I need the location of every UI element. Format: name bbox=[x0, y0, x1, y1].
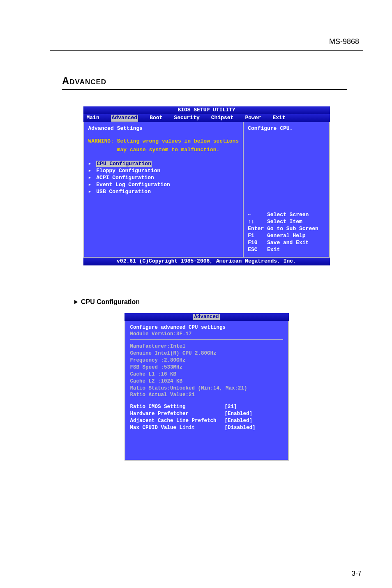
cpu-info-name: Genuine Intel(R) CPU 2.80GHz bbox=[130, 350, 283, 357]
opt-hw-prefetcher[interactable]: Hardware Prefetcher [Enabled] bbox=[130, 410, 283, 417]
doc-header: MS-9868 bbox=[50, 37, 363, 51]
bios-right-pane: Configure CPU. ← Select Screen ↑↓ Select… bbox=[244, 122, 330, 258]
menu-main[interactable]: Main bbox=[87, 115, 99, 122]
triangle-icon bbox=[74, 300, 78, 304]
opt-value: [Enabled] bbox=[225, 417, 253, 424]
warning-line2: may cause system to malfunction. bbox=[88, 147, 239, 154]
cpu-info-l2: Cache L2 :1024 KB bbox=[130, 378, 283, 385]
cpu-body: Configure advanced CPU settings Module V… bbox=[125, 321, 289, 461]
item-usb-config[interactable]: USB Configuration bbox=[96, 189, 151, 195]
cpu-menu-label: Advanced bbox=[193, 314, 219, 320]
cpu-config-heading: CPU Configuration bbox=[74, 298, 363, 306]
section-title: Advanced bbox=[62, 75, 347, 90]
cpu-info-l1: Cache L1 :16 KB bbox=[130, 371, 283, 378]
advanced-settings-heading: Advanced Settings bbox=[88, 125, 239, 132]
item-cpu-config[interactable]: CPU Configuration bbox=[96, 161, 152, 167]
opt-label: Adjacent Cache Line Prefetch bbox=[130, 417, 225, 424]
menu-chipset[interactable]: Chipset bbox=[211, 115, 234, 122]
bios-setup-window: BIOS SETUP UTILITY Main Advanced Boot Se… bbox=[83, 106, 330, 265]
key-legend: ← Select Screen ↑↓ Select Item Enter Go … bbox=[248, 212, 325, 253]
menu-power[interactable]: Power bbox=[245, 115, 261, 122]
cpu-info-fsb: FSB Speed :533MHz bbox=[130, 364, 283, 371]
triangle-icon: ▸ bbox=[88, 175, 93, 182]
page-frame: MS-9868 Advanced BIOS SETUP UTILITY Main… bbox=[33, 29, 380, 576]
bios-left-pane: Advanced Settings WARNING: Setting wrong… bbox=[83, 122, 244, 258]
opt-ratio-cmos[interactable]: Ratio CMOS Setting [21] bbox=[130, 404, 283, 410]
menu-boot[interactable]: Boot bbox=[150, 115, 162, 122]
page-number: 3-7 bbox=[351, 570, 362, 578]
cpu-module-version: Module Version:3F.17 bbox=[130, 331, 283, 338]
menu-security[interactable]: Security bbox=[174, 115, 199, 122]
opt-label: Ratio CMOS Setting bbox=[130, 404, 225, 410]
item-floppy-config[interactable]: Floppy Configuration bbox=[96, 168, 160, 174]
opt-max-cpuid[interactable]: Max CPUID Value Limit [Disabled] bbox=[130, 424, 283, 431]
bios-footer: v02.61 (C)Copyright 1985-2006, American … bbox=[83, 258, 330, 265]
opt-label: Hardware Prefetcher bbox=[130, 410, 225, 417]
cpu-info-ratio-status: Ratio Status:Unlocked (Min:14, Max:21) bbox=[130, 385, 283, 392]
bios-title: BIOS SETUP UTILITY bbox=[83, 106, 330, 114]
cpu-info-manufacturer: Manufacturer:Intel bbox=[130, 343, 283, 350]
opt-label: Max CPUID Value Limit bbox=[130, 424, 225, 431]
opt-value: [Enabled] bbox=[225, 410, 253, 417]
cpu-info-ratio-actual: Ratio Actual Value:21 bbox=[130, 392, 283, 399]
menu-advanced[interactable]: Advanced bbox=[111, 115, 138, 122]
cpu-config-window: Advanced Configure advanced CPU settings… bbox=[125, 313, 289, 461]
warning-line1: WARNING: Setting wrong values in below s… bbox=[88, 138, 239, 145]
menu-exit[interactable]: Exit bbox=[272, 115, 285, 122]
opt-adj-cache[interactable]: Adjacent Cache Line Prefetch [Enabled] bbox=[130, 417, 283, 424]
opt-value: [Disabled] bbox=[225, 424, 256, 431]
help-description: Configure CPU. bbox=[248, 125, 325, 132]
item-acpi-config[interactable]: ACPI Configuration bbox=[96, 175, 154, 181]
bios-menu-bar: Main Advanced Boot Security Chipset Powe… bbox=[83, 114, 330, 122]
triangle-icon: ▸ bbox=[88, 182, 93, 189]
item-eventlog-config[interactable]: Event Log Configuration bbox=[96, 182, 170, 188]
cpu-heading: Configure advanced CPU settings bbox=[130, 324, 283, 331]
opt-value: [21] bbox=[225, 404, 237, 410]
divider bbox=[130, 339, 283, 340]
triangle-icon: ▸ bbox=[88, 161, 93, 168]
cpu-window-title: Advanced bbox=[125, 313, 289, 321]
triangle-icon: ▸ bbox=[88, 189, 93, 196]
cpu-config-label: CPU Configuration bbox=[81, 298, 140, 305]
cpu-info-frequency: Frequency :2.80GHz bbox=[130, 357, 283, 364]
triangle-icon: ▸ bbox=[88, 168, 93, 175]
